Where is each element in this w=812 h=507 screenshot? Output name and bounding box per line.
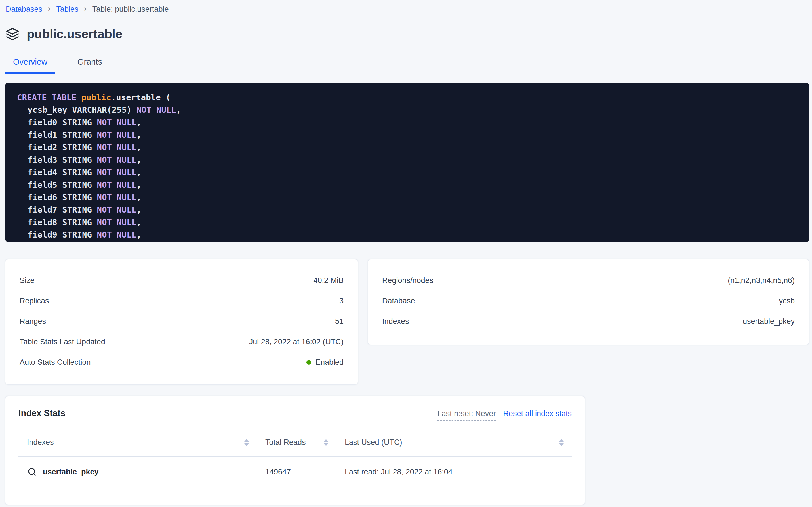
sql-line: field4 STRING NOT NULL, <box>17 166 798 179</box>
sql-line: field7 STRING NOT NULL, <box>17 204 798 216</box>
sql-line: field8 STRING NOT NULL, <box>17 216 798 229</box>
stat-row-indexes: Indexes usertable_pkey <box>382 311 795 332</box>
stat-row-stats-updated: Table Stats Last Updated Jul 28, 2022 at… <box>19 332 343 352</box>
index-stats-card: Index Stats Last reset: Never Reset all … <box>5 396 585 505</box>
column-header-last-used[interactable]: Last Used (UTC) <box>336 438 572 447</box>
stat-row-auto-stats: Auto Stats Collection Enabled <box>19 352 343 373</box>
sql-keyword: CREATE TABLE <box>17 93 77 102</box>
layers-icon <box>6 27 19 41</box>
index-name-link[interactable]: usertable_pkey <box>18 467 257 477</box>
table-header-row: Indexes Total Reads Last Used (UTC) <box>18 430 572 457</box>
breadcrumb-link-tables[interactable]: Tables <box>56 5 78 14</box>
page-title: public.usertable <box>27 27 122 42</box>
sort-icon <box>559 438 564 447</box>
stat-row-ranges: Ranges 51 <box>19 311 343 332</box>
index-stats-table: Indexes Total Reads Last Used (UTC) <box>18 430 572 495</box>
sql-line: field9 STRING NOT NULL, <box>17 229 798 241</box>
column-header-indexes[interactable]: Indexes <box>18 438 257 447</box>
sql-line: field1 STRING NOT NULL, <box>17 129 798 141</box>
breadcrumb-current: Table: public.usertable <box>92 5 169 14</box>
table-row: usertable_pkey 149647 Last read: Jul 28,… <box>18 457 572 495</box>
index-stats-actions: Last reset: Never Reset all index stats <box>437 409 572 421</box>
sort-icon <box>323 438 329 447</box>
last-reset-label[interactable]: Last reset: Never <box>437 409 496 421</box>
chevron-right-icon: › <box>48 5 51 14</box>
stat-row-replicas: Replicas 3 <box>19 291 343 311</box>
breadcrumb: Databases › Tables › Table: public.usert… <box>0 0 812 14</box>
reset-index-stats-link[interactable]: Reset all index stats <box>503 409 572 418</box>
sql-line: field0 STRING NOT NULL, <box>17 116 798 129</box>
index-stats-header: Index Stats Last reset: Never Reset all … <box>18 408 572 421</box>
overview-cards: Size 40.2 MiB Replicas 3 Ranges 51 Table… <box>5 259 809 385</box>
sql-line: CREATE TABLE public.usertable ( <box>17 91 798 104</box>
page-header: public.usertable <box>6 27 812 42</box>
stat-row-database: Database ycsb <box>382 291 795 311</box>
sql-schema: public <box>81 93 111 102</box>
chevron-right-icon: › <box>84 5 86 14</box>
stat-row-size: Size 40.2 MiB <box>19 270 343 291</box>
search-icon <box>27 467 37 477</box>
status-dot-icon <box>306 360 311 365</box>
last-used-cell: Last read: Jul 28, 2022 at 16:04 <box>336 467 572 476</box>
column-header-total-reads[interactable]: Total Reads <box>257 438 336 447</box>
tab-bar: Overview Grants <box>5 57 809 74</box>
table-location-card: Regions/nodes (n1,n2,n3,n4,n5,n6) Databa… <box>368 259 809 345</box>
status-value: Enabled <box>306 358 343 367</box>
sql-line: ycsb_key VARCHAR(255) NOT NULL, <box>17 104 798 116</box>
index-stats-title: Index Stats <box>18 408 65 418</box>
total-reads-cell: 149647 <box>257 467 336 476</box>
sql-line: field3 STRING NOT NULL, <box>17 154 798 166</box>
sql-table-name: .usertable ( <box>111 93 171 102</box>
sql-line: field6 STRING NOT NULL, <box>17 191 798 204</box>
sort-icon <box>244 438 249 447</box>
tab-overview[interactable]: Overview <box>5 57 55 73</box>
sql-line: field5 STRING NOT NULL, <box>17 179 798 191</box>
table-details-card: Size 40.2 MiB Replicas 3 Ranges 51 Table… <box>5 259 358 385</box>
tab-grants[interactable]: Grants <box>69 57 110 73</box>
breadcrumb-link-databases[interactable]: Databases <box>6 5 42 14</box>
sql-line: field2 STRING NOT NULL, <box>17 141 798 154</box>
stat-row-regions: Regions/nodes (n1,n2,n3,n4,n5,n6) <box>382 270 795 291</box>
create-table-statement: CREATE TABLE public.usertable ( ycsb_key… <box>5 82 809 242</box>
